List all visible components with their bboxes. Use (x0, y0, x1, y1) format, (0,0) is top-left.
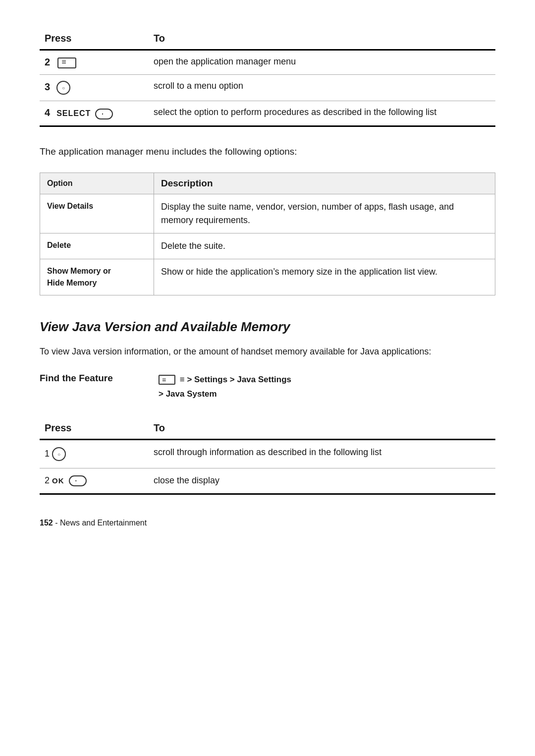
find-feature-label: Find the Feature (40, 373, 139, 384)
description-cell: Delete the suite. (154, 233, 495, 259)
section-heading: View Java Version and Available Memory (40, 319, 495, 335)
menu-icon-find (159, 375, 175, 385)
option-description-table: Option Description View Details Display … (40, 173, 495, 295)
ok-label: OK (52, 476, 64, 485)
bottom-press-table: Press To 1 scroll through information as… (40, 419, 495, 495)
description-cell: Display the suite name, vendor, version,… (154, 194, 495, 233)
page-number: 152 (40, 519, 53, 527)
press-cell: 3 (40, 75, 149, 101)
option-col-header: Option (40, 173, 154, 194)
intro-paragraph: The application manager menu includes th… (40, 145, 495, 159)
to-col-header: To (149, 30, 495, 50)
option-cell: Show Memory or Hide Memory (40, 259, 154, 295)
row-number: 2 (45, 57, 50, 68)
top-press-table: Press To 2 open the application manager … (40, 30, 495, 127)
press-cell: 1 (40, 439, 149, 468)
scroll-icon-2 (52, 447, 66, 461)
menu-icon (57, 58, 76, 68)
row-number: 2 (45, 475, 50, 485)
find-feature-value: ≡ > Settings > Java Settings > Java Syst… (159, 373, 291, 402)
description-cell: open the application manager menu (149, 50, 495, 75)
ok-icon (69, 475, 87, 486)
select-label: SELECT (56, 109, 91, 117)
table-row: Show Memory or Hide Memory Show or hide … (40, 259, 495, 295)
footer: 152 - News and Entertainment (40, 519, 495, 527)
table-row: View Details Display the suite name, ven… (40, 194, 495, 233)
option-cell: View Details (40, 194, 154, 233)
scroll-icon (56, 81, 70, 95)
table-row: Delete Delete the suite. (40, 233, 495, 259)
find-feature-path-line2: > Java System (159, 387, 291, 402)
table-row: 2 OK close the display (40, 468, 495, 494)
press-col-header-2: Press (40, 419, 149, 440)
description-cell: close the display (149, 468, 495, 494)
table-row: 4 SELECT select the option to perform pr… (40, 101, 495, 126)
description-cell: scroll to a menu option (149, 75, 495, 101)
select-icon (95, 109, 113, 119)
row-number: 4 (45, 107, 50, 118)
body-paragraph: To view Java version information, or the… (40, 345, 495, 359)
description-cell: select the option to perform procedures … (149, 101, 495, 126)
press-cell: 2 OK (40, 468, 149, 494)
table-row: 3 scroll to a menu option (40, 75, 495, 101)
to-col-header-2: To (149, 419, 495, 440)
find-feature-row: Find the Feature ≡ > Settings > Java Set… (40, 373, 495, 402)
description-cell: Show or hide the application’s memory si… (154, 259, 495, 295)
table-row: 1 scroll through information as describe… (40, 439, 495, 468)
press-cell: 2 (40, 50, 149, 75)
option-cell: Delete (40, 233, 154, 259)
table-row: 2 open the application manager menu (40, 50, 495, 75)
press-cell: 4 SELECT (40, 101, 149, 126)
description-col-header: Description (154, 173, 495, 194)
footer-text: - News and Entertainment (55, 519, 147, 527)
row-number: 1 (45, 448, 50, 458)
row-number: 3 (45, 81, 50, 93)
press-col-header: Press (40, 30, 149, 50)
description-cell: scroll through information as described … (149, 439, 495, 468)
find-feature-path-line1: ≡ > Settings > Java Settings (159, 373, 291, 387)
